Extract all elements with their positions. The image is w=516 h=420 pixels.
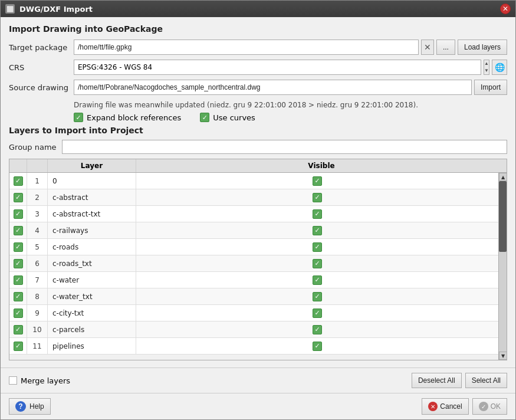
- row-layer-1: c-abstract: [48, 189, 136, 205]
- row-num-10: 11: [27, 338, 48, 354]
- row-visible-4[interactable]: ✓: [136, 239, 498, 255]
- app-icon: ⬜: [5, 4, 15, 14]
- row-check-4[interactable]: ✓: [9, 239, 27, 255]
- content-area: Import Drawing into GeoPackage Target pa…: [1, 17, 515, 368]
- row-check-9[interactable]: ✓: [9, 321, 27, 337]
- close-button[interactable]: ✕: [500, 4, 511, 14]
- table-row: ✓ 3 c-abstract-txt ✓: [9, 206, 498, 222]
- row-check-8[interactable]: ✓: [9, 305, 27, 321]
- deselect-all-button[interactable]: Deselect All: [412, 373, 462, 388]
- header-num-col: [27, 159, 48, 172]
- row-check-3[interactable]: ✓: [9, 222, 27, 238]
- row-check-6[interactable]: ✓: [9, 272, 27, 288]
- table-row: ✓ 5 c-roads ✓: [9, 239, 498, 255]
- section2-title: Layers to Import into Project: [9, 126, 507, 135]
- browse-package-button[interactable]: ...: [436, 40, 455, 55]
- crs-down-arrow[interactable]: ▼: [484, 67, 489, 74]
- table-row: ✓ 9 c-city-txt ✓: [9, 305, 498, 321]
- row-visible-0[interactable]: ✓: [136, 173, 498, 189]
- table-row: ✓ 10 c-parcels ✓: [9, 321, 498, 338]
- row-layer-2: c-abstract-txt: [48, 206, 136, 222]
- row-layer-10: pipelines: [48, 338, 136, 354]
- expand-block-checkbox[interactable]: ✓: [74, 113, 83, 122]
- row-num-2: 3: [27, 206, 48, 222]
- bottom-right-buttons: Deselect All Select All: [412, 373, 507, 388]
- scroll-track[interactable]: [499, 181, 507, 352]
- expand-block-label: Expand block references: [87, 113, 181, 122]
- source-drawing-row: Source drawing Import: [9, 80, 507, 95]
- table-row: ✓ 6 c-roads_txt ✓: [9, 255, 498, 272]
- ok-button[interactable]: ✓ OK: [472, 398, 507, 415]
- section1-title: Import Drawing into GeoPackage: [9, 24, 507, 34]
- row-visible-1[interactable]: ✓: [136, 189, 498, 205]
- row-num-6: 7: [27, 272, 48, 288]
- help-button[interactable]: ? Help: [9, 398, 51, 415]
- row-check-5[interactable]: ✓: [9, 255, 27, 271]
- row-layer-5: c-roads_txt: [48, 255, 136, 271]
- row-visible-3[interactable]: ✓: [136, 222, 498, 238]
- import-button[interactable]: Import: [474, 80, 507, 95]
- group-name-input[interactable]: [62, 140, 507, 154]
- crs-up-arrow[interactable]: ▲: [484, 60, 489, 67]
- expand-block-checkbox-item[interactable]: ✓ Expand block references: [74, 113, 181, 122]
- row-check-1[interactable]: ✓: [9, 189, 27, 205]
- crs-spinner[interactable]: ▲ ▼: [484, 60, 489, 75]
- row-num-3: 4: [27, 222, 48, 238]
- table-row: ✓ 1 0 ✓: [9, 173, 498, 189]
- scroll-up-button[interactable]: ▲: [499, 173, 507, 181]
- row-visible-9[interactable]: ✓: [136, 321, 498, 337]
- crs-globe-button[interactable]: 🌐: [492, 60, 507, 75]
- layers-table: Layer Visible ✓ 1 0 ✓ ✓ 2 c-abstract ✓ ✓…: [9, 159, 507, 360]
- row-visible-2[interactable]: ✓: [136, 206, 498, 222]
- load-layers-button[interactable]: Load layers: [458, 40, 507, 55]
- cancel-button[interactable]: ✕ Cancel: [422, 398, 468, 415]
- crs-value: EPSG:4326 - WGS 84: [78, 63, 152, 71]
- row-visible-8[interactable]: ✓: [136, 305, 498, 321]
- use-curves-checkbox-item[interactable]: ✓ Use curves: [200, 113, 255, 122]
- row-visible-10[interactable]: ✓: [136, 338, 498, 354]
- header-check-col: [9, 159, 27, 172]
- table-row: ✓ 2 c-abstract ✓: [9, 189, 498, 206]
- row-num-8: 9: [27, 305, 48, 321]
- table-header: Layer Visible: [9, 159, 507, 173]
- help-icon: ?: [15, 401, 26, 412]
- target-package-row: Target package ✕ ... Load layers: [9, 40, 507, 55]
- row-layer-9: c-parcels: [48, 321, 136, 337]
- row-check-2[interactable]: ✓: [9, 206, 27, 222]
- row-check-10[interactable]: ✓: [9, 338, 27, 354]
- crs-input[interactable]: EPSG:4326 - WGS 84: [74, 60, 481, 75]
- table-row: ✓ 11 pipelines ✓: [9, 338, 498, 355]
- use-curves-checkbox[interactable]: ✓: [200, 113, 209, 122]
- scroll-thumb[interactable]: [499, 181, 507, 252]
- row-num-7: 8: [27, 288, 48, 304]
- select-all-button[interactable]: Select All: [465, 373, 507, 388]
- row-visible-5[interactable]: ✓: [136, 255, 498, 271]
- merge-layers-checkbox[interactable]: [9, 376, 17, 385]
- table-rows: ✓ 1 0 ✓ ✓ 2 c-abstract ✓ ✓ 3 c-abstract-…: [9, 173, 498, 360]
- clear-package-button[interactable]: ✕: [421, 40, 434, 55]
- scroll-down-button[interactable]: ▼: [499, 352, 507, 360]
- group-name-row: Group name: [9, 140, 507, 154]
- use-curves-label: Use curves: [213, 113, 255, 122]
- table-row: ✓ 8 c-water_txt ✓: [9, 288, 498, 305]
- crs-row: CRS EPSG:4326 - WGS 84 ▲ ▼ 🌐: [9, 60, 507, 75]
- crs-label: CRS: [9, 63, 74, 72]
- row-check-7[interactable]: ✓: [9, 288, 27, 304]
- row-num-4: 5: [27, 239, 48, 255]
- merge-layers-label: Merge layers: [21, 376, 70, 385]
- footer-bar: ? Help ✕ Cancel ✓ OK: [1, 393, 515, 419]
- row-visible-7[interactable]: ✓: [136, 288, 498, 304]
- target-package-input[interactable]: [74, 40, 419, 55]
- bottom-bar: Merge layers Deselect All Select All: [1, 368, 515, 393]
- table-row: ✓ 7 c-water ✓: [9, 272, 498, 288]
- row-layer-4: c-roads: [48, 239, 136, 255]
- cancel-icon: ✕: [428, 402, 438, 411]
- source-drawing-input[interactable]: [74, 80, 472, 95]
- row-visible-6[interactable]: ✓: [136, 272, 498, 288]
- header-visible-col: Visible: [136, 159, 507, 172]
- target-package-input-group: ✕ ... Load layers: [74, 40, 507, 55]
- target-package-label: Target package: [9, 43, 74, 52]
- vertical-scrollbar[interactable]: ▲ ▼: [498, 173, 507, 360]
- row-check-0[interactable]: ✓: [9, 173, 27, 189]
- table-row: ✓ 4 c-railways ✓: [9, 222, 498, 239]
